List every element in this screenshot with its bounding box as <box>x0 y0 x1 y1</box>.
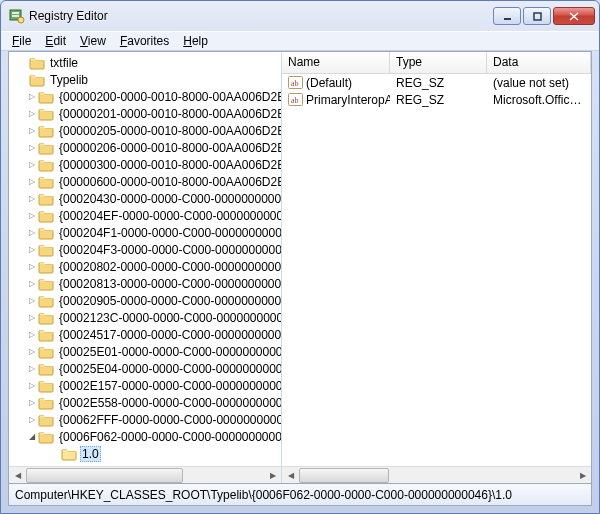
svg-rect-24 <box>40 365 45 366</box>
expander-icon[interactable] <box>29 124 35 137</box>
tree-label: {0002E157-0000-0000-C000-000000000046} <box>57 379 281 393</box>
svg-rect-17 <box>40 246 45 247</box>
list-view[interactable]: Name Type Data ab (Default) REG_SZ (valu… <box>282 52 591 483</box>
menu-help[interactable]: Help <box>176 33 215 49</box>
tree-item[interactable]: {00020802-0000-0000-C000-000000000046} <box>9 258 281 275</box>
tree-item[interactable]: {00024517-0000-0000-C000-000000000046} <box>9 326 281 343</box>
svg-rect-21 <box>40 314 45 315</box>
menu-favorites[interactable]: Favorites <box>113 33 176 49</box>
tree-item[interactable]: {00000600-0000-0010-8000-00AA006D2EA4} <box>9 173 281 190</box>
svg-rect-2 <box>12 15 19 17</box>
tree-label: 1.0 <box>80 446 101 462</box>
tree-item[interactable]: {0002E558-0000-0000-C000-000000000046} <box>9 394 281 411</box>
tree-item[interactable]: {00020905-0000-0000-C000-000000000046} <box>9 292 281 309</box>
value-row[interactable]: ab (Default) REG_SZ (value not set) <box>282 74 591 91</box>
tree-label: txtfile <box>48 56 80 70</box>
expander-icon[interactable] <box>29 362 35 375</box>
maximize-button[interactable] <box>523 7 551 25</box>
tree-item[interactable]: {00062FFF-0000-0000-C000-000000000046} <box>9 411 281 428</box>
tree-label: {000204EF-0000-0000-C000-000000000046} <box>57 209 281 223</box>
expander-icon[interactable] <box>29 430 35 443</box>
expander-icon[interactable] <box>29 379 35 392</box>
menu-view[interactable]: View <box>73 33 113 49</box>
expander-icon[interactable] <box>29 413 35 426</box>
hscroll-thumb[interactable] <box>299 468 389 483</box>
svg-rect-16 <box>40 229 45 230</box>
tree-view[interactable]: txtfile Typelib {00000200-0000-0010-8000… <box>9 52 282 483</box>
svg-rect-9 <box>40 110 45 111</box>
tree-label: {00000200-0000-0010-8000-00AA006D2EA4} <box>57 90 281 104</box>
tree-item[interactable]: {00025E04-0000-0000-C000-000000000046} <box>9 360 281 377</box>
expander-icon[interactable] <box>29 311 35 324</box>
folder-icon <box>38 243 54 257</box>
expander-icon[interactable] <box>29 277 35 290</box>
tree-item[interactable]: {00000206-0000-0010-8000-00AA006D2EA4} <box>9 139 281 156</box>
svg-rect-11 <box>40 144 45 145</box>
folder-icon <box>38 413 54 427</box>
scroll-right-icon[interactable]: ▶ <box>574 467 591 484</box>
col-header-data[interactable]: Data <box>487 52 591 73</box>
expander-icon[interactable] <box>29 294 35 307</box>
tree-item[interactable]: {00025E01-0000-0000-C000-000000000046} <box>9 343 281 360</box>
tree-item[interactable]: {00000200-0000-0010-8000-00AA006D2EA4} <box>9 88 281 105</box>
svg-rect-15 <box>40 212 45 213</box>
tree-item[interactable]: {000204F3-0000-0000-C000-000000000046} <box>9 241 281 258</box>
tree-item[interactable]: {0006F062-0000-0000-C000-000000000046} <box>9 428 281 445</box>
minimize-button[interactable] <box>493 7 521 25</box>
tree-item[interactable]: {000204EF-0000-0000-C000-000000000046} <box>9 207 281 224</box>
tree-hscrollbar[interactable]: ◀ ▶ <box>9 466 281 483</box>
expander-icon[interactable] <box>29 192 35 205</box>
expander-icon[interactable] <box>29 345 35 358</box>
svg-rect-20 <box>40 297 45 298</box>
value-type: REG_SZ <box>390 76 487 90</box>
tree-item[interactable]: {00000201-0000-0010-8000-00AA006D2EA4} <box>9 105 281 122</box>
tree-item[interactable]: {00020430-0000-0000-C000-000000000046} <box>9 190 281 207</box>
tree-item[interactable]: {00000205-0000-0010-8000-00AA006D2EA4} <box>9 122 281 139</box>
client-area: txtfile Typelib {00000200-0000-0010-8000… <box>8 51 592 484</box>
expander-icon[interactable] <box>29 209 35 222</box>
expander-icon[interactable] <box>29 260 35 273</box>
menu-file[interactable]: File <box>5 33 38 49</box>
tree-label: {0002E558-0000-0000-C000-000000000046} <box>57 396 281 410</box>
tree-item[interactable]: {0002E157-0000-0000-C000-000000000046} <box>9 377 281 394</box>
folder-icon <box>38 430 54 444</box>
svg-rect-28 <box>40 433 45 434</box>
tree-item[interactable]: Typelib <box>9 71 281 88</box>
folder-icon <box>38 379 54 393</box>
hscroll-thumb[interactable] <box>26 468 183 483</box>
tree-label: {00000300-0000-0010-8000-00AA006D2EA4} <box>57 158 281 172</box>
menu-edit[interactable]: Edit <box>38 33 73 49</box>
expander-icon[interactable] <box>29 328 35 341</box>
tree-item[interactable]: {0002123C-0000-0000-C000-000000000046} <box>9 309 281 326</box>
svg-text:ab: ab <box>291 79 299 88</box>
col-header-type[interactable]: Type <box>390 52 487 73</box>
scroll-right-icon[interactable]: ▶ <box>264 467 281 483</box>
folder-icon <box>38 396 54 410</box>
list-hscrollbar[interactable]: ◀ ▶ <box>282 466 591 483</box>
tree-item[interactable]: {000204F1-0000-0000-C000-000000000046} <box>9 224 281 241</box>
svg-point-3 <box>18 17 24 23</box>
expander-icon[interactable] <box>29 141 35 154</box>
expander-icon[interactable] <box>29 175 35 188</box>
tree-item[interactable]: txtfile <box>9 54 281 71</box>
value-row[interactable]: ab PrimaryInteropA... REG_SZ Microsoft.O… <box>282 91 591 108</box>
expander-icon[interactable] <box>29 396 35 409</box>
folder-icon <box>38 260 54 274</box>
tree-item[interactable]: 1.0 <box>9 445 281 462</box>
scroll-left-icon[interactable]: ◀ <box>282 467 299 484</box>
titlebar[interactable]: Registry Editor <box>1 1 599 31</box>
expander-icon[interactable] <box>29 158 35 171</box>
scroll-left-icon[interactable]: ◀ <box>9 467 26 483</box>
expander-icon[interactable] <box>29 226 35 239</box>
tree-item[interactable]: {00000300-0000-0010-8000-00AA006D2EA4} <box>9 156 281 173</box>
tree-item[interactable]: {00020813-0000-0000-C000-000000000046} <box>9 275 281 292</box>
tree-label: {00025E04-0000-0000-C000-000000000046} <box>57 362 281 376</box>
menubar: File Edit View Favorites Help <box>1 31 599 51</box>
folder-icon <box>38 158 54 172</box>
expander-icon[interactable] <box>29 243 35 256</box>
col-header-name[interactable]: Name <box>282 52 390 73</box>
close-button[interactable] <box>553 7 595 25</box>
expander-icon[interactable] <box>29 90 35 103</box>
svg-rect-7 <box>31 76 36 77</box>
expander-icon[interactable] <box>29 107 35 120</box>
